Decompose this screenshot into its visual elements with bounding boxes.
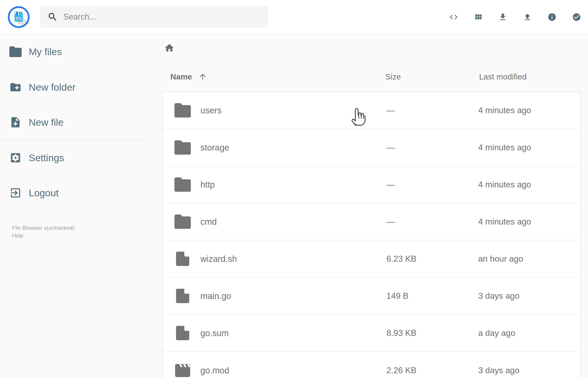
file-browser-app: My files New folder New file Settings: [0, 0, 588, 378]
sidebar: My files New folder New file Settings: [0, 34, 144, 240]
sidebar-item-logout[interactable]: Logout: [0, 175, 144, 210]
table-row-main-go[interactable]: main.go 149 B 3 days ago: [163, 278, 580, 315]
folder-icon: [173, 101, 192, 120]
code-icon[interactable]: [449, 13, 458, 22]
file-modified: 4 minutes ago: [478, 180, 531, 189]
new-folder-icon: [9, 81, 22, 93]
file-name: users: [200, 106, 222, 115]
sidebar-item-new-file[interactable]: New file: [0, 105, 144, 140]
download-icon[interactable]: [498, 13, 508, 22]
file-modified: 3 days ago: [478, 366, 520, 375]
sidebar-item-label: Settings: [29, 152, 64, 163]
folder-icon: [173, 175, 192, 194]
select-multiple-icon[interactable]: [572, 13, 581, 22]
new-file-icon: [9, 116, 22, 128]
file-modified: 3 days ago: [478, 291, 520, 301]
breadcrumb: [162, 34, 581, 62]
file-modified: 4 minutes ago: [478, 217, 531, 227]
file-icon: [173, 249, 192, 269]
grid-view-icon[interactable]: [474, 13, 483, 22]
file-name: storage: [200, 143, 229, 152]
file-size: —: [387, 217, 395, 227]
file-modified: a day ago: [478, 328, 515, 338]
settings-icon: [9, 152, 22, 164]
main-content: Name Size Last modified users — 4 minute…: [162, 34, 581, 378]
folder-icon: [9, 46, 22, 58]
file-icon: [173, 286, 192, 306]
file-name: go.sum: [200, 328, 229, 338]
upload-icon[interactable]: [523, 13, 532, 22]
movie-icon: [173, 361, 192, 378]
home-icon[interactable]: [164, 42, 175, 53]
file-size: —: [387, 180, 395, 189]
folder-icon: [173, 138, 192, 157]
file-size: 149 B: [387, 291, 409, 301]
sidebar-item-settings[interactable]: Settings: [0, 140, 144, 175]
file-name: http: [200, 180, 215, 189]
search-bar[interactable]: [40, 6, 268, 28]
file-modified: an hour ago: [478, 254, 523, 264]
file-size: 6.23 KB: [387, 254, 416, 264]
search-input[interactable]: [63, 12, 245, 22]
arrow-up-icon[interactable]: [198, 72, 207, 81]
table-row-storage[interactable]: storage — 4 minutes ago: [163, 129, 580, 166]
file-name: cmd: [200, 217, 217, 227]
toolbar-actions: [449, 0, 581, 34]
file-name: wizard.sh: [200, 254, 237, 264]
table-row-go-mod[interactable]: go.mod 2.26 KB 3 days ago: [163, 352, 580, 378]
column-header-size[interactable]: Size: [385, 72, 401, 81]
table-row-http[interactable]: http — 4 minutes ago: [163, 166, 580, 203]
file-size: —: [387, 106, 395, 115]
sidebar-item-my-files[interactable]: My files: [0, 34, 144, 69]
top-bar: [0, 0, 588, 34]
table-row-cmd[interactable]: cmd — 4 minutes ago: [163, 203, 580, 241]
column-header-modified[interactable]: Last modified: [479, 72, 526, 81]
version-link[interactable]: File Browser v(untracked): [12, 224, 144, 232]
file-listing: users — 4 minutes ago storage — 4 minute…: [162, 92, 581, 378]
listing-header: Name Size Last modified: [162, 62, 581, 92]
file-browser-logo[interactable]: [8, 6, 30, 28]
file-size: 8.93 KB: [387, 328, 416, 338]
help-link[interactable]: Help: [12, 232, 144, 240]
search-icon: [47, 12, 58, 22]
file-size: —: [387, 143, 395, 152]
column-header-name[interactable]: Name: [170, 72, 192, 81]
sidebar-item-label: New folder: [29, 82, 76, 93]
sidebar-footer: File Browser v(untracked) Help: [0, 210, 144, 240]
file-size: 2.26 KB: [387, 366, 416, 375]
sidebar-item-label: Logout: [29, 188, 59, 199]
info-icon[interactable]: [548, 13, 557, 22]
sidebar-item-new-folder[interactable]: New folder: [0, 70, 144, 105]
file-icon: [173, 324, 192, 343]
file-modified: 4 minutes ago: [478, 106, 531, 115]
file-name: main.go: [200, 291, 231, 301]
sidebar-item-label: My files: [29, 46, 62, 57]
logout-icon: [9, 187, 22, 199]
file-name: go.mod: [200, 365, 229, 375]
file-modified: 4 minutes ago: [478, 143, 531, 152]
table-row-users[interactable]: users — 4 minutes ago: [163, 92, 580, 129]
table-row-go-sum[interactable]: go.sum 8.93 KB a day ago: [163, 315, 580, 352]
table-row-wizard-sh[interactable]: wizard.sh 6.23 KB an hour ago: [163, 241, 580, 278]
sidebar-item-label: New file: [29, 117, 64, 128]
folder-icon: [173, 212, 192, 231]
